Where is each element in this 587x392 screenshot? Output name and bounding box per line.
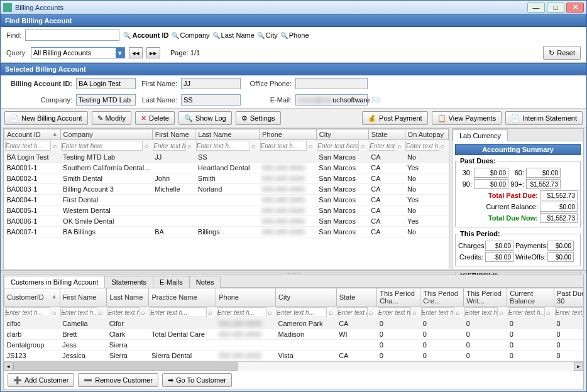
column-header[interactable]: First Name <box>60 288 106 307</box>
filter-icon[interactable]: ⌕ <box>498 308 505 316</box>
column-header[interactable]: Last Name <box>195 129 260 140</box>
new-billing-account-button[interactable]: 📄New Billing Account <box>4 111 88 125</box>
filter-input[interactable] <box>60 307 97 317</box>
add-customer-button[interactable]: ➕Add Customer <box>8 373 74 387</box>
show-log-button[interactable]: 🔍Show Log <box>178 111 232 125</box>
filter-icon[interactable]: ⌕ <box>359 142 366 150</box>
filter-input[interactable] <box>196 141 250 151</box>
delete-button[interactable]: ✕Delete <box>135 111 175 125</box>
filter-input[interactable] <box>260 141 307 151</box>
last-page-button[interactable]: ▸▸ <box>146 47 160 58</box>
column-header[interactable]: Account ID▲ <box>4 129 61 140</box>
column-header[interactable]: First Name <box>152 129 195 140</box>
column-header[interactable]: Phone <box>216 288 276 307</box>
column-header[interactable]: CustomerID▲ <box>4 288 60 307</box>
column-header[interactable]: Company <box>60 129 152 140</box>
filter-icon[interactable]: ⌕ <box>250 142 258 150</box>
filter-icon[interactable]: ⌕ <box>411 308 419 316</box>
column-header[interactable]: On Autopay <box>405 129 448 140</box>
filter-icon[interactable]: ⌕ <box>207 308 214 316</box>
customers-tab[interactable]: Customers in Billing Account <box>4 276 105 288</box>
filter-input[interactable] <box>107 307 140 317</box>
filter-icon[interactable]: ⌕ <box>368 308 375 316</box>
table-row[interactable]: DentalgroupJessSierra000000 <box>4 340 584 351</box>
table-row[interactable]: BA0001-1Southern California Dental...Hea… <box>4 163 449 173</box>
remove-customer-button[interactable]: ➖Remove Customer <box>78 373 158 387</box>
filter-icon[interactable]: ⌕ <box>50 308 58 316</box>
column-header[interactable]: Practice Name <box>149 288 216 307</box>
filter-icon[interactable]: ⌕ <box>395 142 403 150</box>
filter-input[interactable] <box>405 141 439 151</box>
column-header[interactable]: State <box>336 288 377 307</box>
filter-input[interactable] <box>508 307 545 317</box>
filter-input[interactable] <box>217 307 266 317</box>
filter-icon[interactable]: ⌕ <box>186 142 194 150</box>
column-header[interactable]: This Period Writ... <box>464 288 507 307</box>
table-row[interactable]: BA0007-1BA BillingsBABillings000-000-000… <box>4 227 449 237</box>
filter-icon[interactable]: ⌕ <box>266 308 274 316</box>
filter-input[interactable] <box>277 307 327 317</box>
filter-icon[interactable]: ⌕ <box>307 142 314 150</box>
filter-input[interactable] <box>150 307 207 317</box>
maximize-button[interactable]: □ <box>547 3 564 13</box>
minimize-button[interactable]: — <box>527 3 545 13</box>
table-row[interactable]: BA0005-1Western Dental000-000-0000San Ma… <box>4 205 449 216</box>
table-row[interactable]: cifocCameliaCifor000-000-0000Cameron Par… <box>4 318 584 329</box>
filter-input[interactable] <box>421 307 454 317</box>
table-row[interactable]: BA0006-1OK Smile Dental000-000-0000San M… <box>4 216 449 227</box>
filter-icon[interactable]: ⌕ <box>51 142 58 150</box>
customers-tab[interactable]: E-Mails <box>153 276 190 288</box>
table-row[interactable]: clarbBrettClarkTotal Dental Care000-000-… <box>4 329 584 340</box>
column-header[interactable]: City <box>316 129 368 140</box>
filter-icon[interactable]: ⌕ <box>439 142 447 150</box>
filter-input[interactable] <box>555 307 583 317</box>
table-row[interactable]: BA0003-1Billing Account 3MichelleNorland… <box>4 184 449 195</box>
column-header[interactable]: State <box>368 129 405 140</box>
radio-phone[interactable]: Phone <box>289 31 309 39</box>
table-row[interactable]: BA0004-1First Dental000-000-0000San Marc… <box>4 195 449 205</box>
column-header[interactable]: This Period Cha... <box>377 288 420 307</box>
column-header[interactable]: Phone <box>260 129 317 140</box>
customers-tab[interactable]: Notes <box>189 276 221 288</box>
column-header[interactable]: Past Due 30 <box>554 288 583 307</box>
column-header[interactable]: City <box>276 288 337 307</box>
filter-icon[interactable]: ⌕ <box>97 308 105 316</box>
close-button[interactable]: ✕ <box>566 3 584 13</box>
radio-account-id[interactable]: Account ID <box>132 31 168 39</box>
titlebar[interactable]: Billing Accounts — □ ✕ <box>1 1 586 14</box>
filter-icon[interactable]: ⌕ <box>454 308 462 316</box>
interim-statement-button[interactable]: 📄Interim Statement <box>505 111 583 125</box>
column-header[interactable]: This Period Cre... <box>420 288 464 307</box>
goto-customer-button[interactable]: ➡Go To Customer <box>162 373 232 387</box>
filter-input[interactable] <box>5 141 52 151</box>
accounts-grid[interactable]: Account ID▲CompanyFirst NameLast NamePho… <box>3 128 449 270</box>
table-row[interactable]: JS123JessicaSierraSierra Dental000-000-0… <box>4 351 584 361</box>
filter-icon[interactable]: ⌕ <box>143 142 150 150</box>
view-payments-button[interactable]: 📋View Payments <box>432 111 502 125</box>
mail-icon[interactable]: ✉️ <box>371 96 380 104</box>
customers-tab[interactable]: Statements <box>104 276 153 288</box>
table-row[interactable]: BA0002-1Smith DentalJohnSmith000-000-000… <box>4 173 449 184</box>
filter-icon[interactable]: ⌕ <box>545 308 552 316</box>
reset-button[interactable]: ↻Reset <box>543 46 581 60</box>
filter-input[interactable] <box>464 307 498 317</box>
radio-company[interactable]: Company <box>180 31 210 39</box>
filter-input[interactable] <box>61 141 143 151</box>
horizontal-splitter[interactable]: ⋯⋯⋯ <box>1 270 586 273</box>
first-page-button[interactable]: ◂◂ <box>129 47 143 58</box>
post-payment-button[interactable]: 💰Post Payment <box>362 111 427 125</box>
filter-input[interactable] <box>317 141 359 151</box>
filter-icon[interactable]: ⌕ <box>327 308 334 316</box>
filter-input[interactable] <box>369 141 395 151</box>
lab-currency-tab[interactable]: Lab Currency <box>453 129 508 141</box>
table-row[interactable]: BA Login TestTesting MTD LabJJSSSan Marc… <box>4 152 449 163</box>
filter-input[interactable] <box>337 307 368 317</box>
column-header[interactable]: Current Balance <box>507 288 554 307</box>
customers-scrollbar[interactable]: ◂▸ <box>4 361 583 371</box>
modify-button[interactable]: ✎Modify <box>92 111 131 125</box>
column-header[interactable]: Last Name <box>107 288 149 307</box>
filter-icon[interactable]: ⌕ <box>140 308 147 316</box>
find-input[interactable] <box>25 30 119 41</box>
query-dropdown[interactable]: All Billing Accounts ▾ <box>31 47 125 58</box>
filter-input[interactable] <box>153 141 186 151</box>
